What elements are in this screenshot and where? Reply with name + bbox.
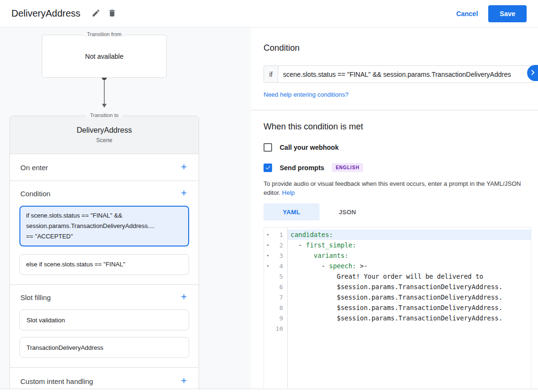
add-condition-button[interactable] [180, 189, 188, 199]
call-webhook-label: Call your webhook [280, 144, 338, 151]
editor-format-tabs: YAML JSON [264, 203, 534, 220]
code-line[interactable]: variants: [288, 250, 531, 261]
top-app-bar: DeliveryAddress Cancel Save [0, 0, 538, 27]
custom-intent-label: Custom intent handling [20, 377, 93, 385]
plus-icon [180, 189, 188, 199]
fold-toggle-icon[interactable]: ▾ [264, 264, 272, 268]
line-number: 4 [272, 263, 287, 270]
code-line[interactable] [288, 323, 531, 334]
scene-name: DeliveryAddress [77, 126, 132, 135]
plus-icon [180, 292, 188, 302]
slot-filling-label: Slot filling [20, 293, 51, 301]
scene-graph-panel: Transition from Not available Transition… [0, 27, 251, 389]
connector-arrow-icon [102, 104, 107, 108]
fold-toggle-icon[interactable]: ▾ [264, 243, 272, 247]
send-prompts-label: Send prompts [280, 164, 324, 172]
scene-card: Transition to DeliveryAddress Scene On e… [9, 116, 199, 389]
code-line[interactable]: $session.params.TransactionDeliveryAddre… [288, 282, 531, 292]
webhook-row: Call your webhook [264, 143, 534, 152]
tab-yaml[interactable]: YAML [264, 203, 319, 220]
add-slot-button[interactable] [180, 292, 188, 302]
code-line[interactable]: - first_simple: [288, 240, 531, 250]
prompt-description-text: To provide audio or visual feedback when… [264, 180, 521, 196]
language-badge: ENGLISH [332, 163, 363, 172]
line-number: 9 [272, 315, 287, 322]
transition-to-label: Transition to [86, 112, 122, 118]
main-content: Transition from Not available Transition… [0, 27, 538, 389]
connector-line [104, 80, 105, 104]
scene-type-label: Scene [96, 137, 112, 144]
edit-title-button[interactable] [88, 6, 104, 22]
line-number: 7 [272, 294, 287, 301]
line-number: 10 [272, 325, 287, 332]
plus-icon [180, 163, 188, 173]
condition-item[interactable]: else if scene.slots.status == "FINAL" [19, 254, 189, 275]
transition-from-card: Transition from Not available [42, 35, 167, 78]
code-line[interactable]: candidates: [288, 229, 531, 240]
fold-toggle-icon[interactable]: ▾ [264, 253, 272, 258]
yaml-editor[interactable]: ▾1▾2▾3▾45678910 candidates: - first_simp… [264, 227, 531, 388]
custom-intent-section: Custom intent handling [10, 368, 199, 389]
bottom-divider [0, 389, 538, 392]
checkmark-icon [265, 164, 271, 171]
line-number: 6 [272, 283, 287, 291]
prompt-description: To provide audio or visual feedback when… [264, 179, 527, 197]
editor-gutter: ▾1▾2▾3▾45678910 [264, 228, 288, 388]
slot-filling-section-header: Slot filling [10, 285, 199, 310]
cancel-button[interactable]: Cancel [456, 10, 478, 18]
tab-json[interactable]: JSON [319, 203, 375, 220]
save-button[interactable]: Save [488, 5, 527, 22]
condition-help-link[interactable]: Need help entering conditions? [264, 91, 348, 98]
send-prompts-row: Send prompts ENGLISH [264, 163, 534, 172]
condition-heading: Condition [264, 43, 534, 53]
plus-icon [180, 376, 188, 386]
delete-scene-button[interactable] [104, 6, 120, 22]
add-custom-intent-button[interactable] [180, 376, 188, 386]
when-condition-heading: When this condition is met [264, 122, 534, 132]
line-number: 5 [272, 273, 287, 280]
page-title: DeliveryAddress [11, 8, 81, 19]
line-number: 1 [272, 231, 287, 238]
condition-expression-row: if [264, 65, 534, 83]
code-line[interactable]: $session.params.TransactionDeliveryAddre… [288, 292, 531, 302]
chevron-right-icon [528, 67, 538, 79]
help-link[interactable]: Help [282, 189, 295, 196]
transition-from-value: Not available [85, 53, 124, 60]
condition-expression-input[interactable] [278, 65, 534, 83]
line-number: 8 [272, 304, 287, 311]
transition-connector [9, 78, 199, 108]
condition-section-header: Condition [10, 181, 199, 206]
if-prefix-label: if [264, 65, 278, 83]
code-line[interactable]: - speech: >- [288, 261, 531, 271]
header-actions: Cancel Save [456, 5, 527, 22]
send-prompts-checkbox[interactable] [264, 164, 272, 172]
line-number: 2 [272, 242, 287, 249]
on-enter-section: On enter [10, 154, 199, 181]
scene-card-header: DeliveryAddress Scene [10, 116, 199, 154]
slot-item[interactable]: TransactionDeliveryAddress [19, 337, 189, 358]
trash-icon [108, 9, 117, 19]
fold-toggle-icon[interactable]: ▾ [264, 232, 272, 237]
slot-validation-item[interactable]: Slot validation [19, 310, 189, 330]
call-webhook-checkbox[interactable] [264, 143, 272, 152]
editor-code[interactable]: candidates: - first_simple: variants: - … [288, 228, 531, 388]
line-number: 3 [272, 252, 287, 259]
on-enter-label: On enter [20, 164, 48, 172]
code-line[interactable]: Great! Your order will be delivered to [288, 271, 531, 282]
condition-item-selected[interactable]: if scene.slots.status == "FINAL" && sess… [19, 206, 189, 246]
code-line[interactable]: $session.params.TransactionDeliveryAddre… [288, 313, 531, 323]
pencil-icon [91, 9, 100, 19]
collapse-panel-button[interactable] [527, 65, 538, 81]
code-line[interactable]: $session.params.TransactionDeliveryAddre… [288, 302, 531, 313]
condition-detail-panel: Condition if Need help entering conditio… [251, 27, 538, 389]
condition-section-label: Condition [20, 190, 50, 198]
add-on-enter-button[interactable] [180, 163, 188, 173]
transition-from-label: Transition from [83, 31, 126, 37]
